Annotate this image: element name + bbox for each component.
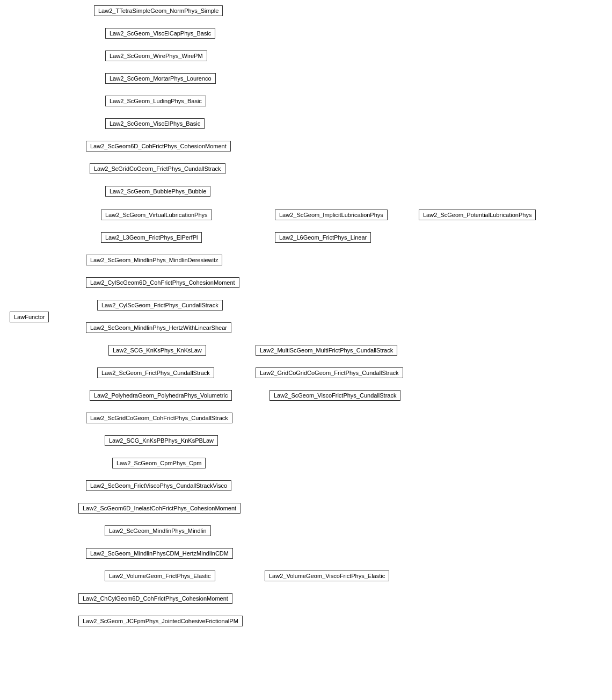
node-VolumeGeomViscoFrict: Law2_VolumeGeom_ViscoFrictPhys_Elastic xyxy=(265,571,389,581)
svg-line-26 xyxy=(49,317,78,598)
node-ScGeomFrictVisco: Law2_ScGeom_FrictViscoPhys_CundallStrack… xyxy=(86,480,231,491)
svg-line-8 xyxy=(49,191,105,317)
svg-line-22 xyxy=(49,317,78,508)
svg-line-31 xyxy=(215,350,256,373)
svg-line-11 xyxy=(49,260,86,317)
svg-line-25 xyxy=(49,317,105,576)
node-ScGeomCpm: Law2_ScGeom_CpmPhys_Cpm xyxy=(112,458,206,468)
svg-line-21 xyxy=(49,317,86,486)
node-ScGeomViscEl: Law2_ScGeom_ViscElPhys_Basic xyxy=(105,118,205,129)
node-CylScGeomFrict: Law2_CylScGeom_FrictPhys_CundallStrack xyxy=(97,300,223,311)
node-ScGeomPotentialLub: Law2_ScGeom_PotentialLubricationPhys xyxy=(419,210,536,220)
svg-line-27 xyxy=(49,317,78,621)
node-ScGeom6DInelast: Law2_ScGeom6D_InelastCohFrictPhys_Cohesi… xyxy=(78,503,241,514)
node-GridCoGridCoGeom: Law2_GridCoGridCoGeom_FrictPhys_CundallS… xyxy=(256,367,403,378)
svg-line-18 xyxy=(49,317,86,418)
svg-line-24 xyxy=(49,317,86,553)
node-ScGeom6DCohFrict: Law2_ScGeom6D_CohFrictPhys_CohesionMomen… xyxy=(86,141,231,151)
node-VolumeGeomFrict: Law2_VolumeGeom_FrictPhys_Elastic xyxy=(105,571,215,581)
node-ScGeomMindlinCDM: Law2_ScGeom_MindlinPhysCDM_HertzMindlinC… xyxy=(86,548,233,559)
node-ScGridCoGeom: Law2_ScGridCoGeom_FrictPhys_CundallStrac… xyxy=(90,163,225,174)
svg-line-14 xyxy=(49,317,86,328)
svg-line-1 xyxy=(49,33,105,317)
node-ScGeomMindlinDeres: Law2_ScGeom_MindlinPhys_MindlinDeresiewi… xyxy=(86,255,222,265)
node-L3GeomFrict: Law2_L3Geom_FrictPhys_ElPerfPl xyxy=(101,232,202,243)
svg-line-6 xyxy=(49,146,86,317)
node-ChCylGeom6D: Law2_ChCylGeom6D_CohFrictPhys_CohesionMo… xyxy=(78,593,232,604)
node-L6GeomFrict: Law2_L6Geom_FrictPhys_Linear xyxy=(275,232,371,243)
node-ScGeomFrictPhys: Law2_ScGeom_FrictPhys_CundallStrack xyxy=(97,367,214,378)
node-SCGKnKsPB: Law2_SCG_KnKsPBPhys_KnKsPBLaw xyxy=(105,435,218,446)
svg-line-5 xyxy=(49,124,105,317)
node-SCGKnKs: Law2_SCG_KnKsPhys_KnKsLaw xyxy=(108,345,206,356)
node-ScGeomJCFpm: Law2_ScGeom_JCFpmPhys_JointedCohesiveFri… xyxy=(78,616,243,626)
node-LawFunctor: LawFunctor xyxy=(10,312,49,322)
node-ScGeomViscoFrict: Law2_ScGeom_ViscoFrictPhys_CundallStrack xyxy=(269,390,400,401)
node-TTetraSimpleGeom: Law2_TTetraSimpleGeom_NormPhys_Simple xyxy=(94,5,223,16)
svg-line-23 xyxy=(49,317,105,531)
node-ScGeomViscElCap: Law2_ScGeom_ViscElCapPhys_Basic xyxy=(105,28,215,39)
node-ScGridCoGeomCoh: Law2_ScGridCoGeom_CohFrictPhys_CundallSt… xyxy=(86,413,232,423)
node-ScGeomImplicitLub: Law2_ScGeom_ImplicitLubricationPhys xyxy=(275,210,388,220)
node-ScGeomMortar: Law2_ScGeom_MortarPhys_Lourenco xyxy=(105,73,216,84)
node-ScGeomMindlin: Law2_ScGeom_MindlinPhys_Mindlin xyxy=(105,525,211,536)
node-ScGeomWire: Law2_ScGeom_WirePhys_WirePM xyxy=(105,50,207,61)
node-MultiScGeom: Law2_MultiScGeom_MultiFrictPhys_CundallS… xyxy=(256,345,397,356)
svg-line-17 xyxy=(49,317,90,395)
node-ScGeomVirtualLub: Law2_ScGeom_VirtualLubricationPhys xyxy=(101,210,212,220)
svg-line-0 xyxy=(49,11,94,317)
svg-line-12 xyxy=(49,283,86,317)
svg-line-9 xyxy=(49,215,101,317)
node-PolyhedraGeom: Law2_PolyhedraGeom_PolyhedraPhys_Volumet… xyxy=(90,390,232,401)
node-ScGeomLuding: Law2_ScGeom_LudingPhys_Basic xyxy=(105,96,206,106)
svg-line-7 xyxy=(49,169,90,317)
node-ScGeomMindlinHertz: Law2_ScGeom_MindlinPhys_HertzWithLinearS… xyxy=(86,322,231,333)
node-CylScGeom6DCoh: Law2_CylScGeom6D_CohFrictPhys_CohesionMo… xyxy=(86,277,239,288)
svg-line-13 xyxy=(49,305,97,317)
node-ScGeomBubble: Law2_ScGeom_BubblePhys_Bubble xyxy=(105,186,210,197)
diagram-container: LawFunctorLaw2_TTetraSimpleGeom_NormPhys… xyxy=(0,0,612,700)
